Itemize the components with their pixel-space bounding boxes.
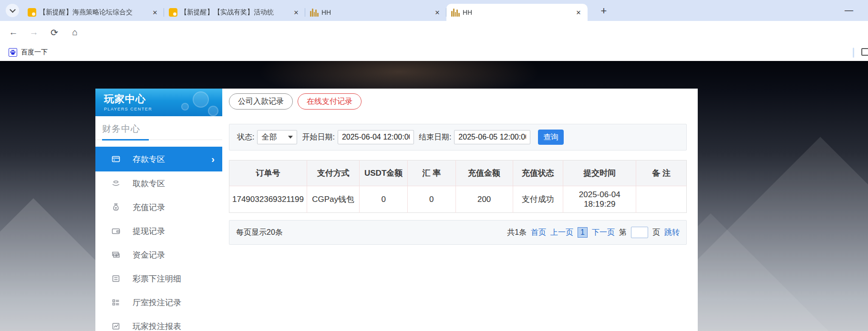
table-header-row: 订单号 支付方式 USDT金额 汇 率 充值金额 充值状态 提交时间 备 注 — [229, 160, 687, 186]
jump-prefix-text: 第 — [619, 228, 627, 238]
sidebar-item-label: 玩家投注报表 — [133, 321, 181, 331]
bet-list-icon — [112, 274, 120, 283]
col-order-id: 订单号 — [229, 160, 307, 186]
sidebar-item-label: 充值记录 — [133, 202, 165, 213]
tab-title: HH — [321, 9, 430, 16]
pagination-bar: 每页显示20条 共1条 首页 上一页 1 下一页 第 页 跳转 — [229, 220, 687, 245]
col-submit-time: 提交时间 — [563, 160, 636, 186]
sidebar-menu: 存款专区 › 取款专区 充值记录 — [95, 147, 222, 331]
moneybag-icon — [112, 203, 120, 211]
col-recharge-amount: 充值金额 — [455, 160, 513, 186]
banknotes-icon — [112, 251, 120, 259]
cell-pay-method: CGPay钱包 — [307, 186, 360, 213]
window-minimize-button[interactable]: — — [839, 2, 858, 18]
cell-usdt-amount: 0 — [360, 186, 408, 213]
current-page-badge[interactable]: 1 — [578, 227, 588, 238]
next-page-link[interactable]: 下一页 — [592, 228, 615, 238]
sidebar-item-withdrawal-records[interactable]: 提现记录 — [95, 219, 222, 243]
section-label: 财务中心 — [102, 124, 140, 134]
sidebar-item-lottery-bet-detail[interactable]: 彩票下注明细 — [95, 267, 222, 291]
back-icon[interactable]: ← — [6, 25, 21, 40]
total-count-text: 共1条 — [507, 228, 527, 238]
cell-submit-time: 2025-06-04 18:19:29 — [563, 186, 636, 213]
status-select-value: 全部 — [261, 132, 277, 142]
close-icon[interactable]: ✕ — [433, 8, 442, 17]
browser-toolbar: ← → ⟳ ⌂ yl756.com/hhcp/usercenter.html?i… — [0, 21, 868, 44]
sidebar-item-label: 彩票下注明细 — [133, 273, 181, 284]
forum-yellow-icon — [28, 8, 36, 17]
gold-bars-icon — [451, 8, 460, 17]
tab-online-payment-records[interactable]: 在线支付记录 — [298, 93, 362, 110]
col-usdt-amount: USDT金额 — [360, 160, 408, 186]
bookmarks-bar: 百度一下 — [0, 44, 868, 61]
payment-records-table: 订单号 支付方式 USDT金额 汇 率 充值金额 充值状态 提交时间 备 注 1… — [229, 160, 687, 213]
tab-search-button[interactable] — [6, 4, 19, 17]
baidu-paw-icon — [9, 48, 17, 57]
sidebar-item-recharge-records[interactable]: 充值记录 — [95, 195, 222, 219]
record-type-tabs: 公司入款记录 在线支付记录 — [229, 93, 362, 110]
sidebar-item-label: 存款专区 — [133, 154, 165, 165]
browser-tab-2[interactable]: 【新提醒】【实战有奖】活动统 ✕ — [164, 4, 305, 21]
col-rate: 汇 率 — [407, 160, 455, 186]
chevron-down-icon — [10, 7, 16, 13]
tab-title: 【新提醒】【实战有奖】活动统 — [180, 8, 289, 17]
jump-link[interactable]: 跳转 — [664, 228, 680, 238]
sidebar-item-label: 提现记录 — [133, 226, 165, 237]
wallet-icon — [112, 227, 120, 235]
pagination-controls: 共1条 首页 上一页 1 下一页 第 页 跳转 — [507, 227, 680, 238]
end-date-input[interactable] — [454, 130, 530, 144]
bubble-decoration — [208, 106, 218, 116]
bookmark-label: 百度一下 — [21, 48, 48, 57]
start-date-input[interactable] — [338, 130, 414, 144]
sidebar-item-deposit[interactable]: 存款专区 › — [95, 147, 222, 171]
tab-company-deposit-records[interactable]: 公司入款记录 — [229, 93, 293, 110]
sidebar-subtitle: PLAYERS CENTER — [104, 107, 222, 111]
close-icon[interactable]: ✕ — [292, 8, 300, 17]
tab-title: HH — [463, 9, 571, 16]
sidebar-item-hall-bet-records[interactable]: 厅室投注记录 — [95, 291, 222, 314]
forum-yellow-icon — [169, 8, 177, 17]
bookmarks-divider — [853, 48, 854, 58]
start-date-label: 开始日期: — [302, 132, 334, 142]
tab-title: 【新提醒】海燕策略论坛综合交 — [39, 8, 148, 17]
cell-recharge-amount: 200 — [455, 186, 513, 213]
reload-icon[interactable]: ⟳ — [47, 25, 62, 40]
browser-window: 【新提醒】海燕策略论坛综合交 ✕ 【新提醒】【实战有奖】活动统 ✕ HH ✕ H… — [0, 0, 868, 331]
sidebar-item-player-bet-report[interactable]: 玩家投注报表 — [95, 314, 222, 331]
cell-remark — [636, 186, 687, 213]
sidebar-item-withdraw[interactable]: 取款专区 — [95, 171, 222, 195]
home-icon[interactable]: ⌂ — [67, 25, 83, 40]
browser-tab-bar: 【新提醒】海燕策略论坛综合交 ✕ 【新提醒】【实战有奖】活动统 ✕ HH ✕ H… — [0, 0, 868, 21]
status-select[interactable]: 全部 — [257, 130, 297, 144]
deposit-card-icon — [112, 155, 120, 163]
forward-icon[interactable]: → — [26, 25, 41, 40]
query-button[interactable]: 查询 — [538, 130, 564, 145]
cell-recharge-status: 支付成功 — [513, 186, 563, 213]
page-size-text: 每页显示20条 — [236, 228, 283, 238]
report-chart-icon — [112, 322, 120, 331]
close-icon[interactable]: ✕ — [151, 8, 159, 17]
table-row: 1749032369321199 CGPay钱包 0 0 200 支付成功 20… — [229, 186, 687, 213]
browser-tab-4-active[interactable]: HH ✕ — [446, 4, 588, 21]
hall-list-icon — [112, 298, 120, 307]
withdraw-hand-icon — [112, 179, 120, 188]
bookmark-baidu[interactable]: 百度一下 — [6, 46, 51, 59]
page-jump-input[interactable] — [631, 227, 648, 238]
chevron-right-icon: › — [211, 154, 215, 165]
end-date-label: 结束日期: — [419, 132, 451, 142]
cell-order-id: 1749032369321199 — [229, 186, 307, 213]
jump-suffix-text: 页 — [652, 228, 660, 238]
gold-bars-icon — [310, 8, 319, 17]
bubble-decoration — [193, 91, 209, 108]
browser-tab-3[interactable]: HH ✕ — [305, 4, 446, 21]
bubble-decoration — [181, 103, 189, 110]
sidebar-item-fund-records[interactable]: 资金记录 — [95, 243, 222, 267]
browser-tab-1[interactable]: 【新提醒】海燕策略论坛综合交 ✕ — [23, 4, 164, 21]
bookmarks-overflow-icon[interactable] — [861, 48, 868, 56]
close-icon[interactable]: ✕ — [574, 8, 583, 17]
new-tab-button[interactable]: + — [597, 4, 610, 18]
col-remark: 备 注 — [636, 160, 687, 186]
prev-page-link[interactable]: 上一页 — [550, 228, 573, 238]
first-page-link[interactable]: 首页 — [531, 228, 546, 238]
status-label: 状态: — [237, 132, 254, 142]
